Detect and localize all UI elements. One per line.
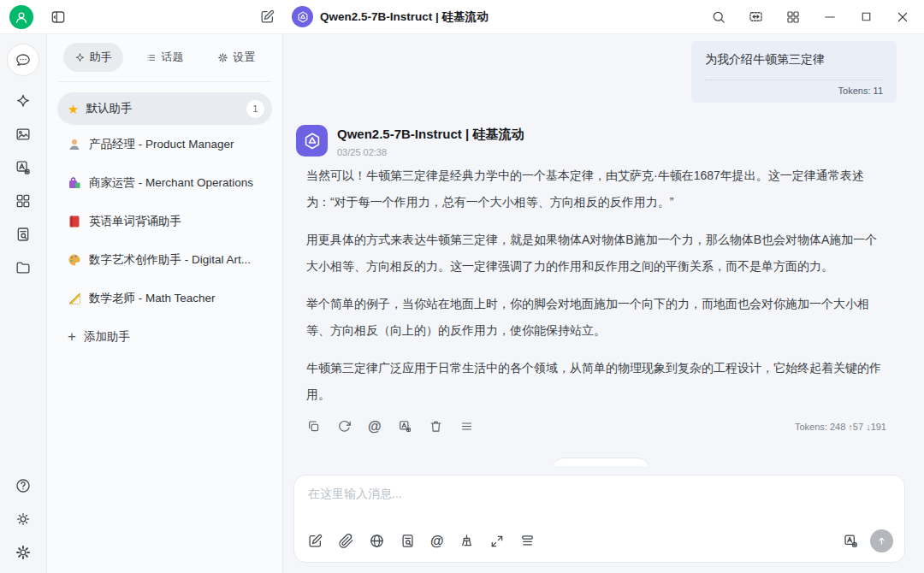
assistant-label: 产品经理 - Product Manager bbox=[89, 137, 234, 152]
assistant-label: 商家运营 - Merchant Operations bbox=[89, 175, 253, 191]
message-paragraph: 举个简单的例子，当你站在地面上时，你的脚会对地面施加一个向下的力，而地面也会对你… bbox=[306, 291, 886, 344]
theme-icon[interactable] bbox=[15, 511, 32, 528]
tab-settings[interactable]: 设置 bbox=[206, 43, 266, 72]
title-bar: Qwen2.5-7B-Instruct | 硅基流动 bbox=[0, 0, 924, 34]
message-input-box: @ bbox=[293, 475, 905, 563]
plus-icon: + bbox=[68, 329, 76, 344]
red-book-emoji-icon bbox=[68, 215, 81, 228]
fit-window-icon[interactable] bbox=[748, 9, 764, 25]
user-message-text: 为我介绍牛顿第三定律 bbox=[705, 52, 883, 68]
search-icon[interactable] bbox=[711, 9, 726, 25]
message-paragraph: 用更具体的方式来表达牛顿第三定律，就是如果物体A对物体B施加一个力，那么物体B也… bbox=[306, 227, 886, 280]
user-message-tokens: Tokens: 11 bbox=[705, 80, 883, 96]
new-topic-label: 开始新对话 bbox=[582, 465, 637, 466]
rail-image-icon[interactable] bbox=[15, 126, 32, 143]
icon-rail bbox=[0, 34, 47, 573]
assistant-message: Qwen2.5-7B-Instruct | 硅基流动 03/25 02:38 当… bbox=[296, 125, 905, 434]
translate-input-icon[interactable] bbox=[843, 533, 859, 549]
chat-area: 为我介绍牛顿第三定律 Tokens: 11 Qwen2.5-7B-Instruc… bbox=[283, 34, 924, 573]
clear-context-icon[interactable] bbox=[519, 533, 536, 549]
ruler-emoji-icon bbox=[68, 292, 81, 305]
message-paragraph: 当然可以！牛顿第三定律是经典力学中的一个基本定律，由艾萨克·牛顿在1687年提出… bbox=[306, 162, 886, 216]
knowledge-base-icon[interactable] bbox=[400, 533, 416, 549]
assistant-label: 数学老师 - Math Teacher bbox=[89, 291, 216, 306]
translate-icon[interactable] bbox=[398, 419, 412, 434]
message-list: 为我介绍牛顿第三定律 Tokens: 11 Qwen2.5-7B-Instruc… bbox=[283, 34, 924, 466]
message-actions: @ Tokens: 248 ↑57 ↓191 bbox=[306, 419, 886, 434]
user-message-bubble[interactable]: 为我介绍牛顿第三定律 Tokens: 11 bbox=[691, 41, 897, 103]
rail-files-icon[interactable] bbox=[15, 259, 32, 276]
minimize-button[interactable] bbox=[822, 9, 838, 25]
assistant-item-math-teacher[interactable]: 数学老师 - Math Teacher bbox=[57, 279, 272, 317]
close-button[interactable] bbox=[895, 9, 910, 25]
settings-icon[interactable] bbox=[15, 544, 32, 561]
message-paragraph: 牛顿第三定律广泛应用于日常生活中的各个领域，从简单的物理现象到复杂的工程设计，它… bbox=[306, 355, 886, 408]
tab-topics[interactable]: 话题 bbox=[134, 43, 194, 72]
tab-topics-label: 话题 bbox=[161, 50, 183, 65]
more-menu-icon[interactable] bbox=[459, 419, 474, 434]
window-title-group: Qwen2.5-7B-Instruct | 硅基流动 bbox=[292, 6, 489, 27]
tab-settings-label: 设置 bbox=[233, 50, 255, 65]
assistant-label: 默认助手 bbox=[86, 101, 132, 116]
rail-sparkle-icon[interactable] bbox=[15, 92, 32, 109]
tab-assistants[interactable]: 助手 bbox=[63, 43, 123, 72]
assistant-item-default[interactable]: ★ 默认助手 1 bbox=[57, 92, 272, 125]
tab-assistants-label: 助手 bbox=[90, 50, 112, 65]
assistant-message-tokens: Tokens: 248 ↑57 ↓191 bbox=[795, 422, 886, 432]
clear-messages-icon[interactable] bbox=[459, 533, 475, 549]
rail-chat-icon[interactable] bbox=[7, 44, 39, 76]
add-assistant-button[interactable]: + 添加助手 bbox=[57, 317, 272, 356]
delete-icon[interactable] bbox=[429, 419, 443, 434]
new-topic-button[interactable]: 开始新对话 bbox=[550, 458, 651, 466]
maximize-button[interactable] bbox=[859, 9, 874, 24]
assistant-item-merchant-operations[interactable]: 商家运营 - Merchant Operations bbox=[57, 163, 272, 202]
topic-count-badge: 1 bbox=[246, 100, 264, 118]
add-assistant-label: 添加助手 bbox=[84, 329, 130, 345]
rail-apps-grid-icon[interactable] bbox=[15, 192, 32, 210]
user-avatar[interactable] bbox=[9, 5, 33, 29]
rail-knowledge-search-icon[interactable] bbox=[15, 226, 32, 243]
help-icon[interactable] bbox=[15, 477, 32, 494]
web-search-icon[interactable] bbox=[369, 533, 385, 549]
message-timestamp: 03/25 02:38 bbox=[337, 147, 524, 157]
attach-icon[interactable] bbox=[338, 533, 354, 549]
assistant-label: 英语单词背诵助手 bbox=[89, 214, 181, 229]
regenerate-icon[interactable] bbox=[337, 419, 352, 434]
mini-apps-icon[interactable] bbox=[785, 9, 801, 25]
app-logo-icon bbox=[292, 6, 313, 27]
rail-translate-icon[interactable] bbox=[15, 159, 32, 176]
shopping-bags-emoji-icon bbox=[68, 176, 81, 190]
person-emoji-icon bbox=[68, 138, 81, 151]
assistant-name: Qwen2.5-7B-Instruct | 硅基流动 bbox=[337, 125, 524, 143]
send-button[interactable] bbox=[870, 529, 893, 552]
panel-tabs: 助手 话题 设置 bbox=[57, 43, 272, 82]
input-toolbar: @ bbox=[294, 529, 904, 562]
assistant-item-product-manager[interactable]: 产品经理 - Product Manager bbox=[57, 125, 272, 163]
assistant-avatar[interactable] bbox=[296, 125, 328, 157]
copy-icon[interactable] bbox=[306, 419, 321, 434]
assistant-item-digital-art[interactable]: 数字艺术创作助手 - Digital Art... bbox=[57, 240, 272, 279]
expand-input-icon[interactable] bbox=[489, 534, 505, 549]
mention-model-icon[interactable]: @ bbox=[430, 535, 444, 548]
assistant-item-english-words[interactable]: 英语单词背诵助手 bbox=[57, 202, 272, 240]
message-input[interactable] bbox=[294, 476, 904, 529]
palette-emoji-icon bbox=[68, 253, 81, 267]
new-chat-icon[interactable] bbox=[259, 9, 275, 25]
assistant-label: 数字艺术创作助手 - Digital Art... bbox=[89, 252, 251, 268]
window-title: Qwen2.5-7B-Instruct | 硅基流动 bbox=[320, 9, 489, 25]
assistants-panel: 助手 话题 设置 ★ 默认助手 1 产品经理 - Product Manager… bbox=[47, 34, 283, 573]
mention-icon[interactable]: @ bbox=[368, 420, 382, 434]
sidebar-toggle-icon[interactable] bbox=[50, 9, 67, 26]
assistant-message-body: 当然可以！牛顿第三定律是经典力学中的一个基本定律，由艾萨克·牛顿在1687年提出… bbox=[306, 162, 886, 408]
new-topic-icon[interactable] bbox=[307, 533, 323, 549]
star-icon: ★ bbox=[68, 103, 79, 115]
